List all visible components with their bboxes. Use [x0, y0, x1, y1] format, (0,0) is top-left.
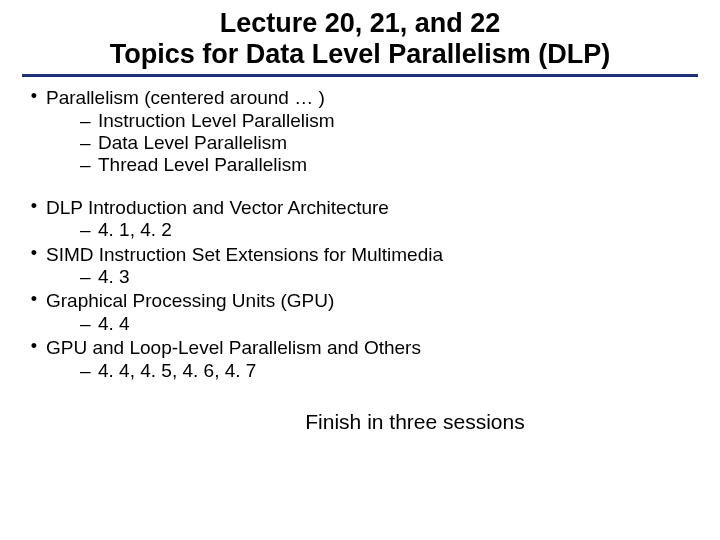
spacer — [22, 177, 698, 195]
slide-title: Lecture 20, 21, and 22 Topics for Data L… — [22, 8, 698, 77]
dash-icon: – — [80, 313, 98, 335]
sub-item: –4. 4, 4. 5, 4. 6, 4. 7 — [80, 360, 698, 382]
dash-icon: – — [80, 132, 98, 154]
sub-group: –4. 1, 4. 2 — [80, 219, 698, 241]
sub-item: –4. 3 — [80, 266, 698, 288]
bullet-item: •GPU and Loop-Level Parallelism and Othe… — [22, 337, 698, 359]
sub-item: –Thread Level Parallelism — [80, 154, 698, 176]
bullet-item: •SIMD Instruction Set Extensions for Mul… — [22, 244, 698, 266]
bullet-icon: • — [22, 244, 46, 264]
sub-text: Instruction Level Parallelism — [98, 110, 335, 131]
bullet-text: DLP Introduction and Vector Architecture — [46, 197, 389, 218]
bullet-item: •DLP Introduction and Vector Architectur… — [22, 197, 698, 219]
sub-item: –4. 1, 4. 2 — [80, 219, 698, 241]
sub-group: –4. 4, 4. 5, 4. 6, 4. 7 — [80, 360, 698, 382]
footer-note: Finish in three sessions — [22, 410, 698, 434]
sub-group: –Instruction Level Parallelism–Data Leve… — [80, 110, 698, 177]
dash-icon: – — [80, 219, 98, 241]
bullet-item: •Graphical Processing Units (GPU) — [22, 290, 698, 312]
slide-content: •Parallelism (centered around … )–Instru… — [22, 87, 698, 382]
dash-icon: – — [80, 266, 98, 288]
bullet-text: Graphical Processing Units (GPU) — [46, 290, 334, 311]
dash-icon: – — [80, 154, 98, 176]
sub-text: Data Level Parallelism — [98, 132, 287, 153]
sub-text: 4. 4, 4. 5, 4. 6, 4. 7 — [98, 360, 256, 381]
bullet-icon: • — [22, 290, 46, 310]
bullet-text: SIMD Instruction Set Extensions for Mult… — [46, 244, 443, 265]
sub-text: 4. 1, 4. 2 — [98, 219, 172, 240]
sub-text: Thread Level Parallelism — [98, 154, 307, 175]
bullet-text: GPU and Loop-Level Parallelism and Other… — [46, 337, 421, 358]
bullet-item: •Parallelism (centered around … ) — [22, 87, 698, 109]
sub-text: 4. 3 — [98, 266, 130, 287]
dash-icon: – — [80, 110, 98, 132]
sub-item: –Data Level Parallelism — [80, 132, 698, 154]
bullet-icon: • — [22, 337, 46, 357]
title-line-1: Lecture 20, 21, and 22 — [62, 8, 658, 39]
sub-item: –4. 4 — [80, 313, 698, 335]
dash-icon: – — [80, 360, 98, 382]
sub-group: –4. 3 — [80, 266, 698, 288]
title-line-2: Topics for Data Level Parallelism (DLP) — [62, 39, 658, 70]
bullet-icon: • — [22, 197, 46, 217]
sub-group: –4. 4 — [80, 313, 698, 335]
bullet-text: Parallelism (centered around … ) — [46, 87, 325, 108]
slide: Lecture 20, 21, and 22 Topics for Data L… — [0, 0, 720, 540]
sub-text: 4. 4 — [98, 313, 130, 334]
sub-item: –Instruction Level Parallelism — [80, 110, 698, 132]
bullet-icon: • — [22, 87, 46, 107]
